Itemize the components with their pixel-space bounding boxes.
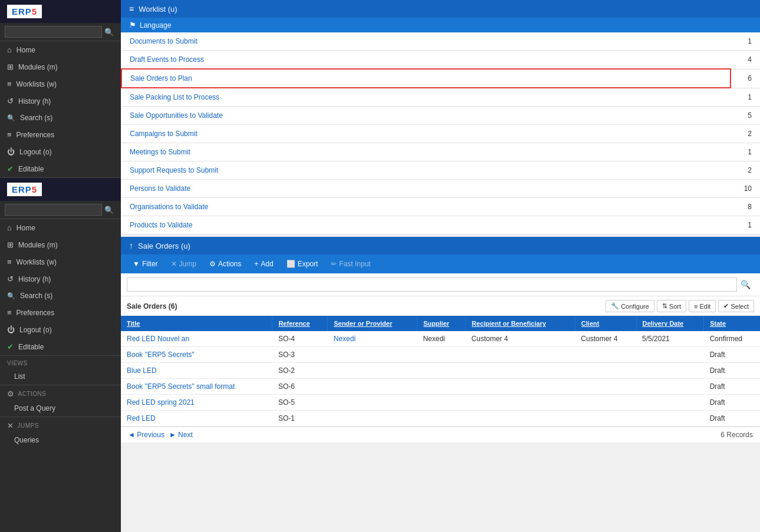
- worklist-item-label[interactable]: Sale Packing List to Process: [121, 88, 731, 107]
- sidebar-label-search-top: Search (s): [20, 114, 52, 122]
- table-search-bar[interactable]: 🔍: [121, 273, 760, 296]
- col-supplier[interactable]: Supplier: [417, 316, 465, 331]
- cell-title[interactable]: Book "ERP5 Secrets" small format: [121, 379, 272, 395]
- search-input-top[interactable]: [5, 26, 102, 38]
- logout-icon-bottom: ⏻: [7, 325, 15, 334]
- filter-button[interactable]: ▼ Filter: [127, 257, 164, 270]
- worklist-item-label[interactable]: Products to Validate: [121, 216, 731, 234]
- worklist-item-label[interactable]: Draft Events to Process: [121, 51, 731, 70]
- filter-icon: ▼: [133, 260, 140, 268]
- table-search-button[interactable]: 🔍: [737, 279, 754, 290]
- worklist-row[interactable]: Organisations to Validate8: [121, 198, 760, 216]
- col-client[interactable]: Client: [575, 316, 636, 331]
- sidebar-item-modules-bottom[interactable]: ⊞ Modules (m): [0, 236, 121, 253]
- cell-client: [575, 411, 636, 427]
- worklist-row[interactable]: Support Requests to Submit2: [121, 161, 760, 180]
- sidebar-item-preferences-bottom[interactable]: ≡ Preferences: [0, 304, 121, 321]
- worklist-row[interactable]: Meetings to Submit1: [121, 143, 760, 161]
- cell-title[interactable]: Red LED Nouvel an: [121, 331, 272, 347]
- worklist-row[interactable]: Persons to Validate10: [121, 180, 760, 198]
- col-reference[interactable]: Reference: [272, 316, 328, 331]
- search-button-top[interactable]: 🔍: [102, 28, 116, 37]
- sidebar-item-logout-bottom[interactable]: ⏻ Logout (o): [0, 321, 121, 338]
- worklist-row[interactable]: Campaigns to Submit2: [121, 125, 760, 143]
- col-delivery-date[interactable]: Delivery Date: [636, 316, 704, 331]
- sidebar-item-history-top[interactable]: ↺ History (h): [0, 92, 121, 110]
- sidebar-item-editable-top[interactable]: ✔ Editable: [0, 160, 121, 177]
- sidebar-item-search-bottom[interactable]: 🔍 Search (s): [0, 288, 121, 304]
- actions-button[interactable]: ⚙ Actions: [203, 257, 247, 270]
- cell-title[interactable]: Red LED spring 2021: [121, 395, 272, 411]
- sidebar-search-bottom[interactable]: 🔍: [0, 201, 121, 219]
- history-icon-bottom: ↺: [7, 275, 14, 283]
- export-button[interactable]: ⬜ Export: [281, 257, 324, 270]
- jump-button[interactable]: ✕ Jump: [165, 257, 202, 270]
- worklist-row[interactable]: Draft Events to Process4: [121, 51, 760, 70]
- cell-title[interactable]: Blue LED: [121, 363, 272, 379]
- sidebar-item-list[interactable]: List: [0, 369, 121, 384]
- search-input-bottom[interactable]: [5, 204, 102, 216]
- next-link[interactable]: ► Next: [169, 431, 193, 439]
- sort-button[interactable]: ⇅ Sort: [657, 300, 686, 312]
- table-row[interactable]: Blue LEDSO-2Draft: [121, 363, 760, 379]
- cell-sender: [328, 395, 417, 411]
- table-control-buttons: 🔧 Configure ⇅ Sort ≡ Edit ✔ Select: [606, 300, 754, 312]
- table-row[interactable]: Red LEDSO-1Draft: [121, 411, 760, 427]
- sidebar-item-home-top[interactable]: ⌂ Home: [0, 41, 121, 58]
- worklist-item-label[interactable]: Persons to Validate: [121, 180, 731, 198]
- sidebar-search-top[interactable]: 🔍: [0, 23, 121, 41]
- sidebar-item-logout-top[interactable]: ⏻ Logout (o): [0, 143, 121, 160]
- table-row[interactable]: Red LED spring 2021SO-5Draft: [121, 395, 760, 411]
- sidebar-item-worklists-bottom[interactable]: ≡ Worklists (w): [0, 253, 121, 270]
- worklist-row[interactable]: Sale Orders to Plan6: [121, 69, 760, 88]
- col-title[interactable]: Title: [121, 316, 272, 331]
- worklist-item-label[interactable]: Support Requests to Submit: [121, 161, 731, 180]
- configure-button[interactable]: 🔧 Configure: [606, 300, 654, 312]
- sidebar-item-worklists-top[interactable]: ≡ Worklists (w): [0, 75, 121, 92]
- worklist-item-label[interactable]: Campaigns to Submit: [121, 125, 731, 143]
- cell-title[interactable]: Book "ERP5 Secrets": [121, 347, 272, 363]
- sidebar-item-modules-top[interactable]: ⊞ Modules (m): [0, 58, 121, 75]
- worklist-row[interactable]: Documents to Submit1: [121, 32, 760, 51]
- worklist-item-label[interactable]: Meetings to Submit: [121, 143, 731, 161]
- edit-button[interactable]: ≡ Edit: [689, 300, 716, 312]
- col-sender[interactable]: Sender or Provider: [328, 316, 417, 331]
- worklist-panel-header: ≡ Worklist (u): [121, 0, 760, 18]
- sidebar-item-history-bottom[interactable]: ↺ History (h): [0, 270, 121, 288]
- worklist-row[interactable]: Products to Validate1: [121, 216, 760, 234]
- sidebar-item-home-bottom[interactable]: ⌂ Home: [0, 219, 121, 236]
- cell-title[interactable]: Red LED: [121, 411, 272, 427]
- sort-icon: ⇅: [662, 302, 667, 310]
- sidebar-item-editable-bottom[interactable]: ✔ Editable: [0, 338, 121, 355]
- worklist-item-label[interactable]: Sale Opportunities to Validate: [121, 107, 731, 125]
- table-row[interactable]: Book "ERP5 Secrets" small formatSO-6Draf…: [121, 379, 760, 395]
- views-divider: [0, 355, 121, 356]
- sidebar-item-queries[interactable]: Queries: [0, 433, 121, 447]
- cell-sender: Nexedi: [328, 331, 417, 347]
- add-button[interactable]: + Add: [248, 257, 279, 270]
- search-button-bottom[interactable]: 🔍: [102, 206, 116, 214]
- sidebar-item-search-top[interactable]: 🔍 Search (s): [0, 110, 121, 126]
- cell-supplier: [417, 411, 465, 427]
- worklist-item-label[interactable]: Sale Orders to Plan: [121, 69, 731, 88]
- col-state[interactable]: State: [704, 316, 760, 331]
- previous-link[interactable]: ◄ Previous: [128, 431, 164, 439]
- fast-input-button[interactable]: ✏ Fast Input: [325, 257, 376, 270]
- select-button[interactable]: ✔ Select: [718, 300, 754, 312]
- table-row[interactable]: Book "ERP5 Secrets"SO-3Draft: [121, 347, 760, 363]
- worklist-item-count: 5: [731, 107, 760, 125]
- worklist-panel: ≡ Worklist (u) ⚑ Language Documents to S…: [121, 0, 760, 234]
- data-table: Title Reference Sender or Provider Suppl…: [121, 316, 760, 427]
- table-search-input[interactable]: [127, 277, 737, 292]
- worklist-item-count: 1: [731, 32, 760, 51]
- worklist-item-label[interactable]: Organisations to Validate: [121, 198, 731, 216]
- worklist-row[interactable]: Sale Packing List to Process1: [121, 88, 760, 107]
- table-row[interactable]: Red LED Nouvel anSO-4NexediNexediCustome…: [121, 331, 760, 347]
- sidebar-item-preferences-top[interactable]: ≡ Preferences: [0, 126, 121, 143]
- cell-reference: SO-1: [272, 411, 328, 427]
- sidebar-item-post-query[interactable]: Post a Query: [0, 401, 121, 415]
- worklist-row[interactable]: Sale Opportunities to Validate5: [121, 107, 760, 125]
- col-recipient[interactable]: Recipient or Beneficiary: [466, 316, 575, 331]
- sidebar-logo-bottom: ERP5: [0, 178, 121, 201]
- worklist-item-label[interactable]: Documents to Submit: [121, 32, 731, 51]
